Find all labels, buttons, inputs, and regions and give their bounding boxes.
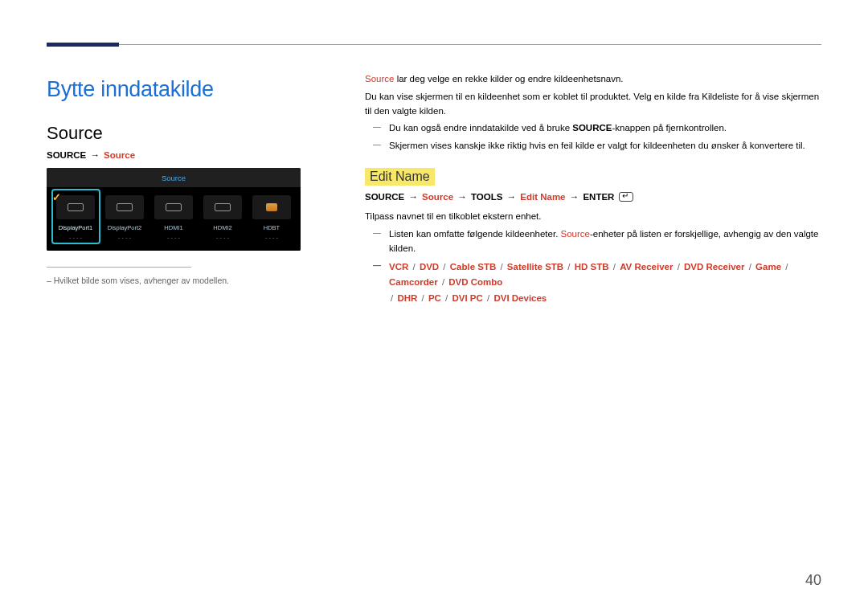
- nav-path-source: SOURCE → Source: [47, 150, 299, 160]
- nav-path-editname: SOURCE → Source → TOOLS → Edit Name → EN…: [365, 192, 821, 202]
- body-p1: Source lar deg velge en rekke kilder og …: [365, 72, 821, 87]
- source-item-displayport2[interactable]: DisplayPort2 - - - -: [100, 190, 149, 243]
- source-item-displayport1[interactable]: ✓ DisplayPort1 - - - -: [51, 190, 100, 243]
- editname-p1: Tilpass navnet til en tilkoblet ekstern …: [365, 210, 821, 224]
- enter-icon: [619, 192, 633, 202]
- editname-note: Listen kan omfatte følgende kildeenheter…: [378, 227, 821, 256]
- check-icon: ✓: [52, 191, 61, 203]
- mockup-title: Source: [47, 168, 301, 187]
- model-footnote: – Hvilket bilde som vises, avhenger av m…: [47, 276, 299, 285]
- source-item-hdbt[interactable]: HDBT - - - -: [248, 190, 297, 243]
- page-number: 40: [805, 572, 821, 589]
- footnote-rule: [47, 267, 191, 268]
- edit-name-heading: Edit Name: [365, 168, 435, 186]
- body-p2: Du kan vise skjermen til en kildeenhet s…: [365, 90, 821, 119]
- source-item-hdmi1[interactable]: HDMI1 - - - -: [149, 190, 199, 243]
- source-menu-mockup: Source ✓ DisplayPort1 - - - - DisplayPor…: [47, 168, 301, 251]
- source-item-hdmi2[interactable]: HDMI2 - - - -: [199, 190, 248, 243]
- top-rule: [47, 44, 821, 45]
- note-change-source: Du kan også endre inndatakilde ved å bru…: [378, 121, 821, 136]
- note-wrong-source: Skjermen vises kanskje ikke riktig hvis …: [378, 139, 821, 153]
- chapter-title: Bytte inndatakilde: [47, 77, 299, 102]
- device-list: VCR / DVD / Cable STB / Satellite STB / …: [378, 260, 821, 307]
- section-title: Source: [47, 123, 299, 144]
